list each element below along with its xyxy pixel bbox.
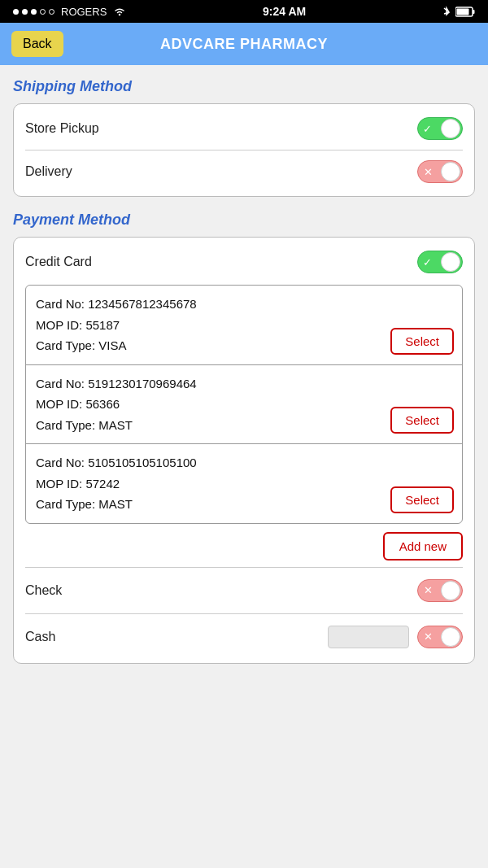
credit-toggle-check-icon: ✓: [423, 256, 432, 268]
status-bar: ROGERS 9:24 AM: [0, 0, 488, 23]
svg-rect-2: [456, 8, 468, 15]
check-toggle[interactable]: ✕: [417, 579, 463, 602]
back-button[interactable]: Back: [11, 31, 63, 57]
check-toggle-knob: [441, 581, 460, 600]
card2-number: Card No: 5191230170969464: [36, 373, 452, 395]
select-button-1[interactable]: Select: [390, 328, 454, 355]
svg-rect-1: [473, 10, 475, 14]
credit-card-row: Credit Card ✓: [25, 247, 463, 277]
card1-mop: MOP ID: 55187: [36, 315, 452, 336]
credit-toggle-knob: [441, 252, 460, 272]
status-left: ROGERS: [13, 6, 126, 18]
shipping-method-card: Store Pickup ✓ Delivery ✕: [13, 103, 475, 197]
cash-input[interactable]: [328, 626, 409, 648]
divider-3: [25, 613, 463, 614]
store-pickup-toggle[interactable]: ✓: [417, 117, 463, 140]
cash-row: Cash ✕: [25, 621, 463, 653]
payment-method-card: Credit Card ✓ Card No: 1234567812345678 …: [13, 237, 475, 664]
check-label: Check: [25, 583, 62, 598]
cash-toggle-x-icon: ✕: [424, 630, 433, 643]
signal-dot-1: [13, 9, 19, 15]
check-toggle-x-icon: ✕: [424, 584, 433, 596]
bluetooth-icon: [442, 6, 451, 17]
status-right: [442, 6, 475, 17]
add-new-row: Add new: [25, 532, 463, 560]
card2-type: Card Type: MAST: [36, 415, 452, 436]
signal-dot-5: [49, 9, 54, 15]
delivery-label: Delivery: [25, 164, 72, 179]
store-pickup-label: Store Pickup: [25, 121, 99, 136]
card3-type: Card Type: MAST: [36, 494, 452, 515]
cash-toggle-knob: [441, 627, 460, 647]
card1-number: Card No: 1234567812345678: [36, 294, 452, 315]
toggle-knob-delivery: [441, 162, 460, 181]
credit-card-list: Card No: 1234567812345678 MOP ID: 55187 …: [25, 285, 463, 524]
divider-2: [25, 567, 463, 568]
carrier-label: ROGERS: [61, 6, 107, 18]
signal-dot-3: [31, 9, 37, 15]
signal-dot-4: [40, 9, 46, 15]
delivery-toggle[interactable]: ✕: [417, 160, 463, 183]
credit-card-label: Credit Card: [25, 255, 92, 269]
payment-method-title: Payment Method: [13, 212, 475, 229]
delivery-row: Delivery ✕: [25, 157, 463, 186]
content-area: Shipping Method Store Pickup ✓ Delivery …: [0, 65, 488, 691]
status-time: 9:24 AM: [263, 5, 306, 18]
cash-toggle[interactable]: ✕: [417, 626, 463, 648]
shipping-method-title: Shipping Method: [13, 78, 475, 95]
credit-card-toggle[interactable]: ✓: [417, 251, 463, 273]
toggle-check-icon: ✓: [423, 123, 432, 135]
select-button-3[interactable]: Select: [390, 486, 454, 513]
card-entry-1: Card No: 1234567812345678 MOP ID: 55187 …: [26, 286, 462, 365]
nav-title: ADVCARE PHARMACY: [160, 36, 328, 53]
store-pickup-row: Store Pickup ✓: [25, 114, 463, 143]
battery-icon: [455, 7, 475, 17]
add-new-button[interactable]: Add new: [383, 532, 463, 560]
card-entry-3: Card No: 5105105105105100 MOP ID: 57242 …: [26, 444, 462, 523]
nav-bar: Back ADVCARE PHARMACY: [0, 23, 488, 65]
cash-label: Cash: [25, 630, 55, 644]
card1-type: Card Type: VISA: [36, 335, 452, 356]
select-button-2[interactable]: Select: [390, 407, 454, 434]
toggle-knob: [441, 119, 460, 138]
wifi-icon: [113, 7, 126, 16]
toggle-x-icon: ✕: [424, 166, 433, 178]
card3-number: Card No: 5105105105105100: [36, 452, 452, 473]
card3-mop: MOP ID: 57242: [36, 473, 452, 495]
check-row: Check ✕: [25, 574, 463, 607]
card-entry-2: Card No: 5191230170969464 MOP ID: 56366 …: [26, 365, 462, 445]
signal-dot-2: [22, 9, 28, 15]
card2-mop: MOP ID: 56366: [36, 394, 452, 415]
divider: [25, 150, 463, 150]
